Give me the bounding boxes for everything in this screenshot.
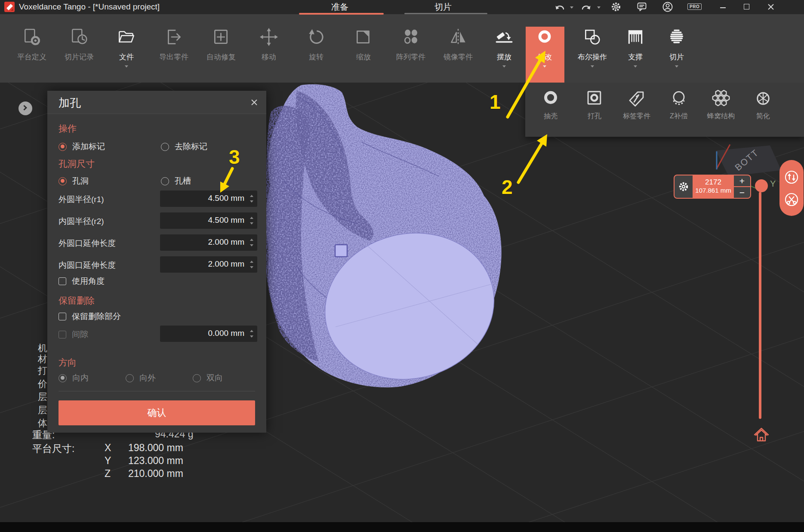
radio-slot[interactable]: 孔槽 <box>161 175 191 187</box>
toolbar-item-support[interactable]: 支撑 <box>612 27 659 68</box>
flyout-item-label-part[interactable]: 标签零件 <box>616 89 657 121</box>
toolbar-item-modify[interactable]: 修改 <box>521 27 568 68</box>
flyout-item-honeycomb[interactable]: 蜂窝结构 <box>700 89 742 121</box>
radio-label: 双向 <box>206 372 223 384</box>
radio-add-mark[interactable]: 添加标记 <box>59 141 105 152</box>
minimize-button[interactable] <box>720 7 726 8</box>
platform-define-icon <box>8 27 55 49</box>
section-hole-size: 孔洞尺寸 <box>59 158 95 170</box>
close-icon[interactable] <box>250 98 259 107</box>
layer-slider-knob[interactable] <box>755 179 768 192</box>
layer-down-button[interactable]: − <box>734 187 750 198</box>
flyout-item-z-compensation[interactable]: Z补偿 <box>658 89 699 121</box>
section-direction: 方向 <box>59 357 77 369</box>
toolbar-item-label: 旋转 <box>293 52 340 62</box>
punch-hole-icon <box>585 89 604 108</box>
confirm-button[interactable]: 确认 <box>59 400 255 425</box>
toolbar-item-file[interactable]: 文件 <box>103 27 150 68</box>
toolbar-item-scale[interactable]: 缩放 <box>340 27 387 62</box>
flyout-item-label: 抽壳 <box>530 112 571 121</box>
axis-z: Z <box>105 468 111 480</box>
redo-dropdown-caret[interactable] <box>597 6 601 9</box>
radio-hole[interactable]: 孔洞 <box>59 175 89 187</box>
layer-slider-track[interactable] <box>759 192 761 419</box>
shell-icon <box>541 89 561 108</box>
toolbar-item-label: 修改 <box>521 52 568 62</box>
checkbox-label: 间隙 <box>72 329 88 340</box>
use-angle-checkbox[interactable]: 使用角度 <box>59 276 105 287</box>
clipped-label: 层 <box>38 404 47 417</box>
toolbar-item-label: 阵列零件 <box>387 52 434 62</box>
checkbox-box <box>59 277 66 285</box>
radio-remove-mark[interactable]: 去除标记 <box>161 141 207 152</box>
gap-field: 0.000 mm <box>160 326 257 342</box>
clipped-label: 体 <box>38 417 47 430</box>
settings-gear-icon[interactable] <box>610 1 622 12</box>
toolbar-item-platform-define[interactable]: 平台定义 <box>8 27 55 62</box>
radio-label: 添加标记 <box>72 141 105 152</box>
toolbar-item-auto-repair[interactable]: 自动修复 <box>197 27 245 62</box>
spinner[interactable] <box>250 238 254 247</box>
clipped-label: 价 <box>38 378 47 391</box>
app-logo <box>4 2 15 12</box>
undo-icon[interactable] <box>554 1 566 12</box>
gear-icon <box>678 181 689 192</box>
sort-updown-button[interactable] <box>786 171 798 183</box>
spinner[interactable] <box>250 260 254 269</box>
toolbar-item-mirror-parts[interactable]: 镜像零件 <box>434 27 482 62</box>
main-toolbar: 平台定义 切片记录 文件 <box>0 14 804 83</box>
maximize-button[interactable] <box>744 4 749 9</box>
label-part-icon <box>627 89 647 108</box>
dialog-header[interactable]: 加孔 <box>47 91 266 114</box>
toolbar-item-label: 支撑 <box>612 52 659 62</box>
auto-repair-icon <box>197 27 245 49</box>
toolbar-item-move[interactable]: 移动 <box>245 27 293 62</box>
redo-icon[interactable] <box>580 1 591 12</box>
feedback-chat-icon[interactable] <box>636 1 647 12</box>
dropdown-caret-icon <box>543 65 546 68</box>
inner-radius-field[interactable]: 4.500 mm <box>160 212 257 229</box>
flyout-item-label: 蜂窝结构 <box>700 112 742 121</box>
spinner[interactable] <box>250 194 254 203</box>
home-view-button[interactable] <box>753 427 770 444</box>
home-icon <box>753 427 770 444</box>
tab-slice-underline <box>404 13 487 14</box>
slice-settings-button[interactable] <box>675 175 693 198</box>
toolbar-item-slice[interactable]: 切片 <box>653 27 700 68</box>
toolbar-item-export-part[interactable]: 导出零件 <box>150 27 197 62</box>
keep-deleted-checkbox[interactable]: 保留删除部分 <box>59 311 121 322</box>
checkbox-label: 使用角度 <box>72 276 105 287</box>
section-operation: 操作 <box>59 123 77 135</box>
bottom-bar <box>0 522 804 532</box>
tab-prepare[interactable]: 准备 <box>331 1 348 13</box>
flyout-item-punch-hole[interactable]: 打孔 <box>574 89 615 121</box>
panel-collapse-button[interactable] <box>18 101 32 115</box>
section-keep-delete: 保留删除 <box>59 295 95 307</box>
layer-up-button[interactable]: + <box>734 175 750 186</box>
close-window-button[interactable] <box>767 3 775 11</box>
outer-radius-field[interactable]: 4.500 mm <box>160 191 257 207</box>
radio-dot <box>161 177 169 185</box>
gap-checkbox: 间隙 <box>59 329 88 340</box>
cut-button[interactable] <box>786 194 798 206</box>
outer-extend-field[interactable]: 2.000 mm <box>160 234 257 251</box>
toolbar-item-label: 自动修复 <box>197 52 245 62</box>
spinner[interactable] <box>250 216 254 225</box>
tab-slice[interactable]: 切片 <box>434 1 452 13</box>
toolbar-item-slice-history[interactable]: 切片记录 <box>55 27 103 62</box>
platform-x-value: 198.000 mm <box>128 442 183 454</box>
toolbar-item-boolean[interactable]: 布尔操作 <box>569 27 616 68</box>
clipped-label: 打 <box>38 364 47 377</box>
inner-extend-field[interactable]: 2.000 mm <box>160 256 257 273</box>
undo-dropdown-caret[interactable] <box>570 6 573 9</box>
account-icon[interactable] <box>662 1 673 12</box>
toolbar-item-rotate[interactable]: 旋转 <box>293 27 340 62</box>
toolbar-item-array-parts[interactable]: 阵列零件 <box>387 27 434 62</box>
model-mesh[interactable] <box>265 84 510 397</box>
flyout-item-shell[interactable]: 抽壳 <box>530 89 571 121</box>
flyout-item-simplify[interactable]: 简化 <box>742 89 784 121</box>
honeycomb-icon <box>711 89 731 108</box>
toolbar-item-label: 镜像零件 <box>434 52 482 62</box>
hole-marker[interactable] <box>335 245 347 257</box>
radio-label: 向内 <box>72 372 89 384</box>
